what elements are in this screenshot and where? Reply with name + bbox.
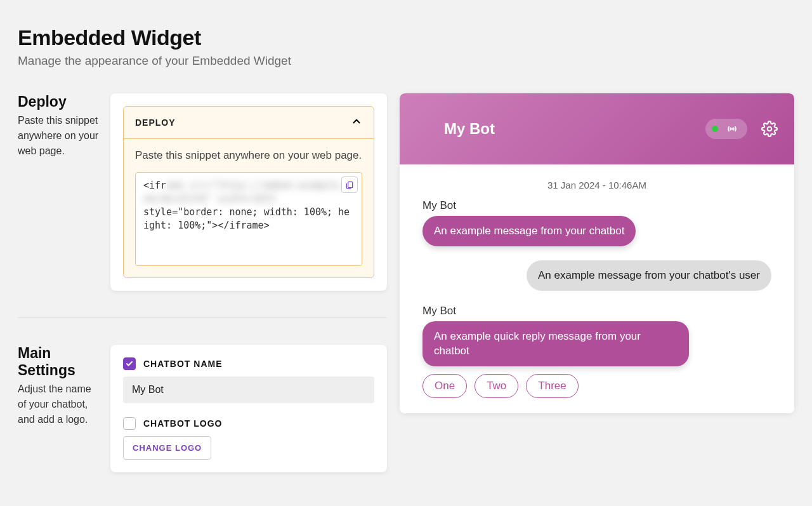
deploy-accordion-header[interactable]: DEPLOY <box>124 107 374 139</box>
bot-message: An example message from your chatbot <box>422 216 636 246</box>
broadcast-icon <box>726 123 738 135</box>
chatbot-logo-checkbox[interactable] <box>123 417 136 430</box>
quick-reply-button[interactable]: Two <box>475 374 518 398</box>
deploy-section: Deploy Paste this snippet anywhere on yo… <box>18 93 387 291</box>
svg-point-2 <box>768 127 772 131</box>
divider <box>18 317 387 318</box>
embed-code-snippet[interactable]: <iframe src="https://embed.example.com/a… <box>135 172 362 266</box>
chatbot-logo-label: CHATBOT LOGO <box>143 418 223 429</box>
change-logo-button[interactable]: CHANGE LOGO <box>123 436 211 460</box>
chat-title: My Bot <box>444 120 495 138</box>
quick-reply-button[interactable]: One <box>422 374 467 398</box>
copy-code-button[interactable] <box>341 176 358 193</box>
bot-message: An example quick reply message from your… <box>422 321 689 367</box>
deploy-heading: Deploy <box>18 93 100 110</box>
message-sender: My Bot <box>422 199 771 212</box>
page-title: Embedded Widget <box>18 25 794 50</box>
svg-rect-0 <box>348 182 353 187</box>
deploy-panel-title: DEPLOY <box>135 117 176 128</box>
main-settings-heading: Main Settings <box>18 345 100 379</box>
deploy-desc: Paste this snippet anywhere on your web … <box>18 113 100 159</box>
online-dot-icon <box>712 126 718 132</box>
chat-preview: My Bot 31 Jan 2024 - <box>400 93 794 413</box>
gear-icon[interactable] <box>761 121 778 137</box>
svg-point-1 <box>731 128 733 130</box>
chatbot-name-label: CHATBOT NAME <box>143 359 223 369</box>
main-settings-desc: Adjust the name of your chatbot, and add… <box>18 382 100 427</box>
chatbot-name-input[interactable] <box>123 376 374 403</box>
quick-reply-button[interactable]: Three <box>526 374 578 398</box>
clipboard-icon <box>345 180 354 189</box>
chevron-up-icon <box>351 116 362 130</box>
status-indicator[interactable] <box>705 119 747 139</box>
main-settings-section: Main Settings Adjust the name of your ch… <box>18 345 387 472</box>
chat-header: My Bot <box>400 93 794 164</box>
check-icon <box>126 360 133 368</box>
message-sender: My Bot <box>422 305 771 317</box>
user-message: An example message from your chatbot's u… <box>527 260 771 291</box>
deploy-panel-desc: Paste this snippet anywhere on your web … <box>135 148 362 163</box>
quick-replies: One Two Three <box>422 374 771 398</box>
chat-timestamp: 31 Jan 2024 - 10:46AM <box>422 180 771 190</box>
page-subtitle: Manage the appearance of your Embedded W… <box>18 54 794 68</box>
chatbot-name-checkbox[interactable] <box>123 357 136 370</box>
